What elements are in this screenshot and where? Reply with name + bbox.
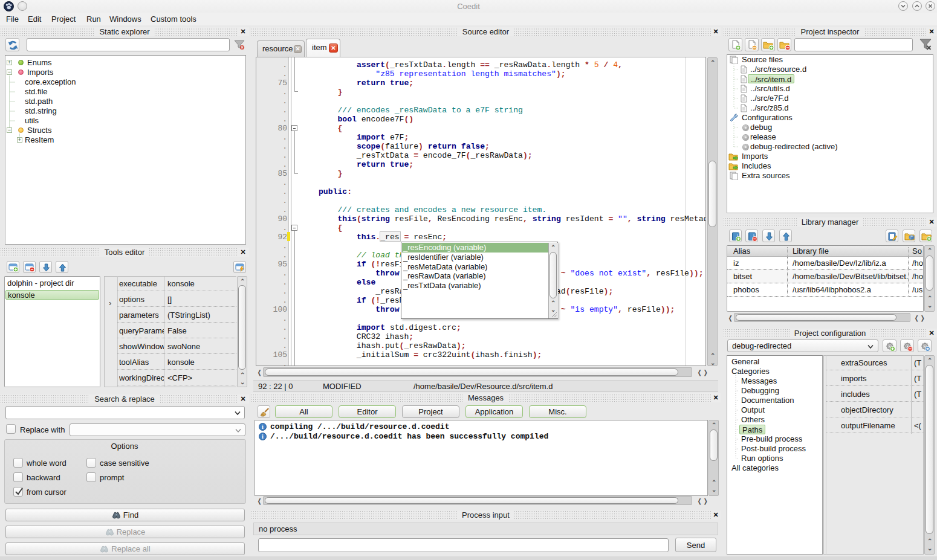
svg-text:i: i [262,423,264,430]
svg-text:i: i [262,433,264,440]
